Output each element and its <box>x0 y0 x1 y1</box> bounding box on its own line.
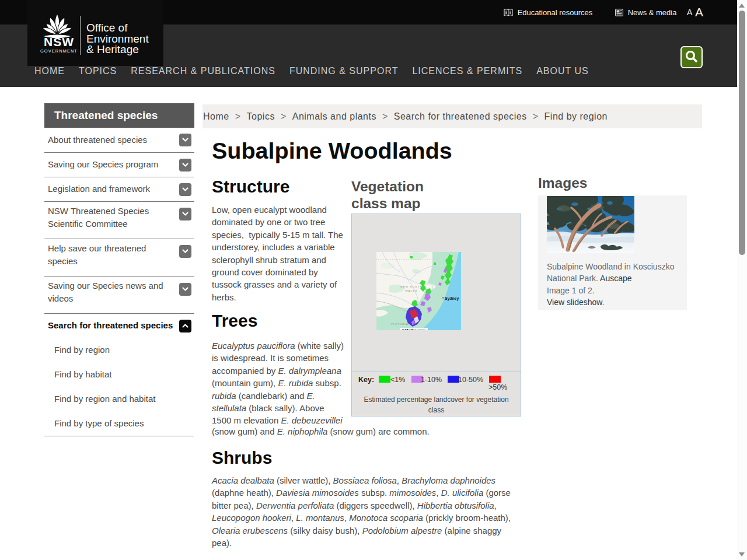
svg-text:Melbourne: Melbourne <box>405 328 425 330</box>
svg-text:NEW SOUTH: NEW SOUTH <box>400 285 423 288</box>
svg-text:VICTORIA: VICTORIA <box>391 323 409 326</box>
svg-text:& Heritage: & Heritage <box>86 43 139 55</box>
svg-text:WALES: WALES <box>405 289 417 292</box>
svg-text:GOVERNMENT: GOVERNMENT <box>40 48 78 54</box>
svg-text:Office of: Office of <box>86 22 128 34</box>
svg-text:Sydney: Sydney <box>445 296 459 301</box>
svg-text:NSW: NSW <box>44 35 74 48</box>
